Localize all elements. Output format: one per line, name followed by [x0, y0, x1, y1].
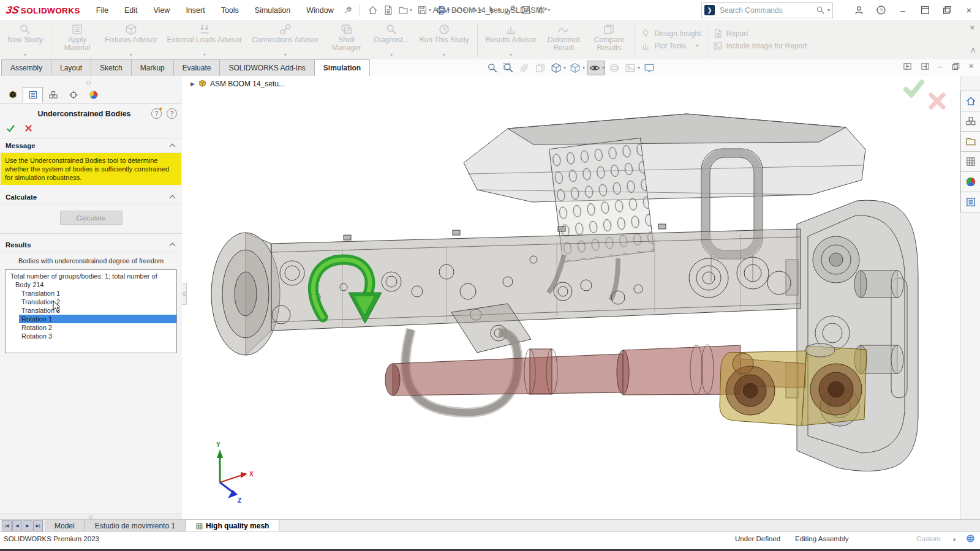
dof-list-item[interactable]: Total number of groups/bodies: 1; total …	[6, 272, 176, 280]
ribbon-row-button[interactable]: Plot Tools ▾	[641, 41, 701, 51]
search-commands-box[interactable]: ❯ ▾	[701, 2, 833, 18]
options-button[interactable]: ▾	[534, 4, 552, 17]
command-tab[interactable]: Sketch	[91, 59, 132, 76]
confirm-cancel-ghost-icon[interactable]	[928, 92, 946, 110]
section-view-icon[interactable]	[517, 61, 531, 75]
confirm-ok-ghost-icon[interactable]	[903, 80, 924, 98]
ribbon-button[interactable]: New Study ▾	[2, 21, 48, 58]
redo-button[interactable]: ↷▾	[469, 4, 483, 17]
ribbon-button[interactable]: Fixtures Advisor ▾	[100, 21, 162, 58]
model-tab[interactable]: High quality mesh	[186, 520, 279, 532]
displaymanager-tab[interactable]	[83, 87, 104, 103]
ribbon-button[interactable]: Compare Results ▾	[586, 21, 631, 58]
zoom-to-fit-icon[interactable]	[485, 61, 499, 75]
appearances-icon[interactable]	[607, 61, 621, 75]
menu-item[interactable]: Edit	[124, 6, 138, 15]
tab-scroll-first-button[interactable]: |◀	[2, 520, 12, 531]
pm-help-icon[interactable]: ?	[167, 108, 177, 119]
home-button[interactable]	[366, 4, 380, 17]
search-options-caret[interactable]: ▾	[827, 8, 830, 13]
ribbon-button[interactable]: Diagnost... ▾	[369, 21, 414, 58]
dimxpertmanager-tab[interactable]	[63, 87, 83, 103]
command-tab[interactable]: SOLIDWORKS Add-Ins	[219, 59, 314, 76]
user-account-icon[interactable]	[853, 4, 865, 17]
tab-scroll-prev-button[interactable]: ◀	[12, 520, 22, 531]
pin-menu-icon[interactable]	[344, 6, 353, 15]
save-button[interactable]: ▾	[415, 4, 433, 17]
panel-top-splitter[interactable]	[0, 76, 182, 87]
doc-close-icon[interactable]: ×	[969, 61, 974, 71]
dof-list-item[interactable]: Rotation 1	[6, 315, 176, 323]
tab-scroll-next-button[interactable]: ▶	[23, 520, 32, 531]
panel-splitter-handle[interactable]	[182, 283, 187, 305]
dof-list-item[interactable]: Rotation 3	[6, 332, 176, 340]
ribbon-row-button[interactable]: Design Insight ▾	[641, 29, 701, 39]
ribbon-button[interactable]: Results Advisor ▾	[481, 21, 541, 58]
calculate-section-header[interactable]: Calculate	[0, 190, 182, 204]
menu-item[interactable]: Tools	[221, 6, 239, 15]
undo-button[interactable]: ↶▾	[453, 4, 468, 17]
model-rear-bracket[interactable]	[786, 200, 918, 471]
model-tab[interactable]: Estudio de movimiento 1	[85, 520, 186, 532]
command-tab[interactable]: Evaluate	[173, 59, 221, 76]
whats-new-help-icon[interactable]: ?✶	[151, 108, 162, 119]
command-tab[interactable]: Layout	[51, 59, 91, 76]
taskpane-file-explorer-tab[interactable]	[960, 132, 980, 152]
pm-cancel-button[interactable]	[24, 124, 33, 133]
print-button[interactable]: ▾	[434, 4, 452, 17]
ribbon-row-button[interactable]: Include Image for Report ▾	[713, 41, 807, 51]
menu-item[interactable]: Insert	[186, 6, 205, 15]
ribbon-button[interactable]: Apply Material ▾	[55, 21, 100, 58]
ribbon-button[interactable]: Shell Manager ▾	[324, 21, 369, 58]
ribbon-row-button[interactable]: Report ▾	[713, 29, 807, 39]
results-section-header[interactable]: Results	[0, 238, 182, 252]
taskpane-custom-properties-tab[interactable]	[960, 192, 980, 212]
close-button[interactable]: ×	[963, 4, 975, 17]
new-document-button[interactable]	[381, 4, 395, 17]
dof-results-list[interactable]: Total number of groups/bodies: 1; total …	[5, 269, 177, 353]
ribbon-button[interactable]: Deformed Result ▾	[541, 21, 586, 58]
config-caret-icon[interactable]: ▴	[953, 536, 956, 542]
view-orientation-control[interactable]: ▾	[549, 61, 566, 75]
dof-list-item[interactable]: Rotation 2	[6, 323, 176, 332]
menu-item[interactable]: Window	[306, 6, 333, 15]
propertymanager-tab[interactable]	[23, 87, 43, 103]
ribbon-button[interactable]: External Loads Advisor ▾	[162, 21, 247, 58]
minimize-button[interactable]: –	[897, 4, 909, 17]
dof-list-item[interactable]: Translation 2	[6, 298, 176, 306]
dof-list-item[interactable]: Translation 1	[6, 289, 176, 298]
dof-list-item[interactable]: Body 214	[6, 280, 176, 289]
ribbon-button[interactable]: Run This Study ▾	[414, 21, 474, 58]
select-button[interactable]: ▾	[484, 4, 502, 17]
taskpane-design-library-tab[interactable]	[960, 111, 980, 132]
taskpane-home-tab[interactable]	[960, 91, 980, 111]
model-tab[interactable]: Model	[45, 520, 85, 532]
attach-button[interactable]	[503, 4, 518, 17]
command-tab[interactable]: Assembly	[1, 59, 51, 76]
zoom-to-area-icon[interactable]	[501, 61, 515, 75]
file-properties-button[interactable]	[519, 4, 533, 17]
command-tab[interactable]: Markup	[131, 59, 174, 76]
collapse-left-pane-icon[interactable]	[903, 62, 912, 71]
graphics-viewport[interactable]: ▶ ASM BOOM 14_setu...	[182, 76, 960, 519]
message-section-header[interactable]: Message	[0, 138, 182, 153]
taskpane-toolbox-tab[interactable]	[960, 152, 980, 172]
hidden-items-icon[interactable]	[533, 61, 547, 75]
dof-list-item[interactable]: Translation 3	[6, 306, 176, 315]
model-top-housing[interactable]	[464, 114, 865, 202]
taskpane-appearances-tab[interactable]	[960, 172, 980, 192]
3d-model[interactable]: Y X Z	[189, 76, 946, 519]
configuration-manager-tab[interactable]	[43, 87, 63, 103]
calculate-button[interactable]: Calculate	[60, 211, 123, 225]
model-clevis-yellow[interactable]	[720, 343, 867, 425]
tab-scroll-last-button[interactable]: ▶|	[33, 520, 43, 531]
panel-bottom-splitter[interactable]	[0, 514, 182, 519]
restore-button[interactable]	[941, 4, 953, 17]
pm-ok-button[interactable]	[6, 124, 15, 133]
search-icon[interactable]	[816, 6, 825, 15]
command-tab[interactable]: Simulation	[314, 59, 370, 76]
ribbon-close-icon[interactable]: ✕	[970, 24, 975, 32]
ribbon-collapse-icon[interactable]: ᐱ	[971, 47, 975, 54]
open-button[interactable]: ▾	[396, 4, 414, 17]
menu-item[interactable]: View	[154, 6, 170, 15]
